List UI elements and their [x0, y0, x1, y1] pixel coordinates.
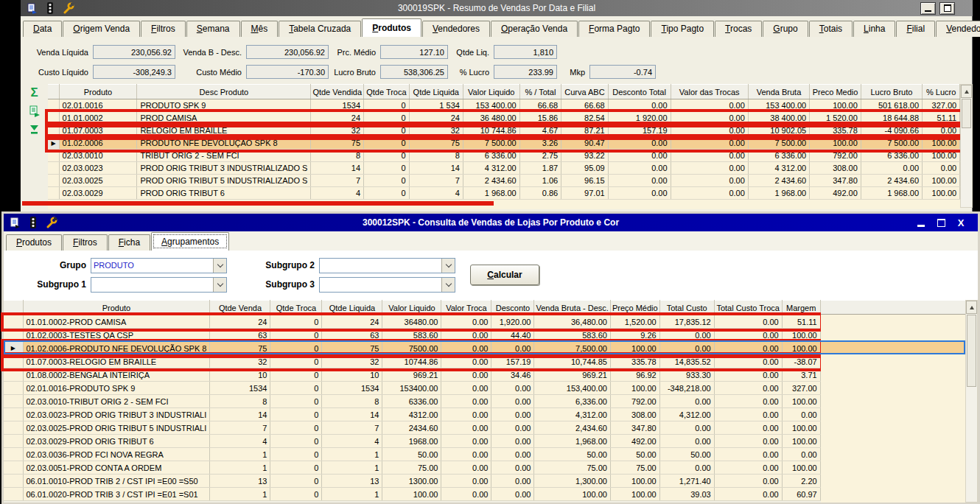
restore-button[interactable]	[939, 2, 955, 15]
subgrupo3-combobox[interactable]	[319, 277, 455, 293]
export-document-icon[interactable]	[8, 217, 21, 229]
tab-produtos[interactable]: Produtos	[6, 234, 62, 251]
chevron-down-icon[interactable]	[441, 259, 455, 273]
close-button[interactable]: X	[953, 217, 969, 229]
subgrupo1-combobox[interactable]	[91, 277, 227, 293]
tab-filtros[interactable]: Filtros	[63, 234, 108, 251]
tab-produtos[interactable]: Produtos	[362, 18, 421, 37]
column-header-pre-o-m-dio[interactable]: Preço Médio	[610, 301, 659, 315]
tab-forma-pagto[interactable]: Forma Pagto	[578, 21, 650, 37]
calcular-button[interactable]: Calcular	[470, 265, 539, 285]
column-header-qtde-troca[interactable]: Qtde Troca	[270, 301, 322, 315]
sum-icon[interactable]: Σ	[28, 86, 41, 99]
tab-semana[interactable]: Semana	[186, 21, 240, 37]
tab-filtros[interactable]: Filtros	[141, 21, 186, 37]
column-header-lucro-bruto[interactable]: Lucro Bruto	[861, 85, 922, 99]
wrench-icon[interactable]	[62, 2, 75, 15]
vertical-scrollbar[interactable]	[965, 300, 978, 503]
scroll-thumb[interactable]	[962, 99, 971, 128]
column-header-qtde-venda[interactable]: Qtde Venda	[210, 301, 270, 315]
scroll-thumb[interactable]	[967, 315, 976, 387]
chevron-down-icon[interactable]	[213, 259, 226, 273]
minimize-button[interactable]	[920, 2, 936, 15]
tab-trocas[interactable]: Trocas	[715, 21, 762, 37]
tab-vendedor-filial[interactable]: Vendedor/Filial	[936, 21, 980, 37]
column-header-lucro[interactable]: % Lucro	[923, 85, 960, 99]
table-row[interactable]: 02.03.0023-PROD ORIG TRIBUT 3 INDUSTRIAL…	[4, 408, 820, 421]
tab-linha[interactable]: Linha	[853, 21, 895, 37]
column-header-qtde-vendida[interactable]: Qtde Vendida	[311, 85, 364, 99]
table-row[interactable]: 01.08.0002-BENGALA INTEIRIÇA10010969.210…	[4, 368, 820, 382]
column-header-produto[interactable]: Produto	[23, 301, 210, 315]
scroll-up-button[interactable]	[961, 85, 972, 98]
tab-data[interactable]: Data	[23, 21, 62, 37]
column-header-venda-bruta[interactable]: Venda Bruta	[748, 85, 809, 99]
table-row[interactable]: 01.02.0003-TESTES QA CSP63063583.600.004…	[4, 329, 820, 342]
column-header-preco-medio[interactable]: Preco Medio	[810, 85, 861, 99]
table-row[interactable]: 02.03.0023PROD ORIG TRIBUT 3 INDUSTRIALI…	[48, 162, 959, 175]
traffic-light-icon[interactable]	[43, 2, 57, 15]
table-row[interactable]: 06.01.0020-PROD TRIB 3 / CST IPI =E01 =S…	[4, 488, 820, 501]
column-header-total-custo-troca[interactable]: Total Custo Troca	[714, 301, 782, 315]
column-header-valor-liquido[interactable]: Valor Liquido	[463, 85, 519, 99]
table-row[interactable]: 02.03.0036-PROD FCI NOVA REGRA10150.000.…	[4, 448, 820, 461]
table-row[interactable]: 02.03.0010TRIBUT ORIG 2 - SEM FCI8086 33…	[48, 150, 959, 162]
tab-tabela-cruzada[interactable]: Tabela Cruzada	[279, 21, 361, 37]
tab-tipo-pagto[interactable]: Tipo Pagto	[651, 21, 714, 37]
maximize-button[interactable]	[933, 217, 949, 229]
table-row[interactable]: ▶01.02.0006-PRODUTO NFE DEVOLUÇÃO SPK 87…	[4, 342, 820, 355]
table-row[interactable]: 02.03.0029PROD ORIG TRIBUT 64041 968.000…	[48, 187, 959, 200]
column-header-desc-produto[interactable]: Desc Produto	[137, 85, 311, 99]
table-row[interactable]: 02.03.0051-PROD CONTA A ORDEM10175.000.0…	[4, 461, 820, 475]
titlebar[interactable]: 300012SPK - Consulta de Vendas de Lojas …	[4, 214, 978, 231]
column-header-total-custo[interactable]: Total Custo	[659, 301, 714, 315]
column-header-valor-liquido[interactable]: Valor Liquido	[382, 301, 441, 315]
table-row[interactable]: 02.03.0029-PROD ORIG TRIBUT 64041968.000…	[4, 435, 820, 448]
chevron-down-icon[interactable]	[213, 278, 226, 292]
export-document-icon[interactable]	[25, 2, 38, 15]
minimize-button[interactable]	[913, 217, 929, 229]
table-row[interactable]: 02.03.0010-TRIBUT ORIG 2 - SEM FCI808633…	[4, 395, 820, 408]
table-row[interactable]: 01.07.0003-RELOGIO EM BRAILLE3203210744.…	[4, 355, 820, 368]
column-header-curva-abc[interactable]: Curva ABC	[561, 85, 608, 99]
column-header-desconto-total[interactable]: Desconto Total	[608, 85, 671, 99]
column-header-venda-bruta-desc[interactable]: Venda Bruta - Desc.	[534, 301, 610, 315]
table-row[interactable]: 06.01.0010-PROD TRIB 2 / CST IPI =E00 =S…	[4, 475, 820, 488]
tab-m-s[interactable]: Mês	[241, 21, 279, 37]
column-header-desconto[interactable]: Desconto	[491, 301, 534, 315]
export-grid-icon[interactable]	[28, 105, 41, 117]
table-row[interactable]: ▶01.02.0006PRODUTO NFE DEVOLUÇAO SPK 875…	[48, 137, 959, 150]
tab-vendedores[interactable]: Vendedores	[422, 21, 490, 37]
table-row[interactable]: 02.03.0025PROD ORIG TRIBUT 5 INDUSTRIALI…	[48, 175, 959, 187]
tab-agrupamentos[interactable]: Agrupamentos	[151, 232, 229, 251]
column-header-qtde-troca[interactable]: Qtde Troca	[364, 85, 410, 99]
vertical-scrollbar[interactable]	[960, 84, 973, 208]
column-header-valor-das-trocas[interactable]: Valor das Trocas	[671, 85, 748, 99]
table-row[interactable]: 02.01.0016-PRODUTO SPK 9153401534153400.…	[4, 382, 820, 395]
column-header-valor-troca[interactable]: Valor Troca	[441, 301, 491, 315]
tab-filial[interactable]: Filial	[896, 21, 935, 37]
column-header-margem[interactable]: Margem	[782, 301, 820, 315]
tab-grupo[interactable]: Grupo	[763, 21, 808, 37]
table-row[interactable]: 01.01.0002-PROD CAMISA2402436480.000.001…	[4, 315, 820, 329]
subgrupo2-combobox[interactable]	[319, 258, 455, 273]
chevron-down-icon[interactable]	[441, 278, 455, 292]
column-header-produto[interactable]: Produto	[59, 85, 137, 99]
table-row[interactable]: 01.07.0003RELOGIO EM BRAILLE3203210 744.…	[48, 125, 959, 137]
tab-totais[interactable]: Totais	[809, 21, 853, 37]
table-row[interactable]: 02.03.0025-PROD ORIG TRIBUT 5 INDUSTRIAL…	[4, 421, 820, 435]
grupo-combobox[interactable]: PRODUTO	[91, 258, 227, 273]
wrench-icon[interactable]	[45, 217, 58, 229]
column-header-qtde-liquida[interactable]: Qtde Liquida	[322, 301, 382, 315]
column-header-qtde-liquida[interactable]: Qtde Liquida	[409, 85, 463, 99]
tab-opera-o-venda[interactable]: Operação Venda	[491, 21, 578, 37]
scroll-up-button[interactable]	[966, 301, 977, 314]
tab-origem-venda[interactable]: Origem Venda	[63, 21, 140, 37]
column-header-total[interactable]: % / Total	[519, 85, 561, 99]
titlebar[interactable]: 300019SPK - Resumo de Vendas Por Data e …	[21, 0, 973, 16]
traffic-light-icon[interactable]	[27, 217, 40, 229]
filter-down-icon[interactable]	[28, 123, 41, 136]
table-row[interactable]: 02.01.0016PRODUTO SPK 9153401 534153 400…	[48, 99, 959, 112]
tab-ficha[interactable]: Ficha	[108, 234, 150, 251]
table-row[interactable]: 01.01.0002PROD CAMISA2402436 480.0015.86…	[48, 112, 959, 125]
